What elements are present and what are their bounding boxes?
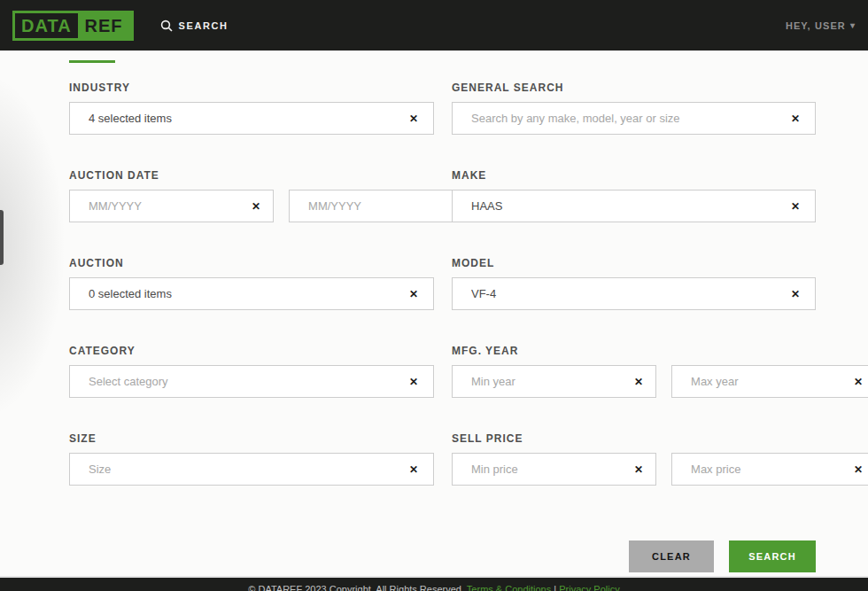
mfg-year-label: MFG. YEAR [452, 345, 816, 357]
auction-label: AUCTION [69, 257, 434, 269]
clear-icon[interactable]: ✕ [627, 377, 643, 387]
form-actions: CLEAR SEARCH [69, 540, 816, 572]
user-menu[interactable]: HEY, USER ▾ [786, 20, 856, 31]
size-label: SIZE [69, 432, 434, 445]
field-auction-date: AUCTION DATE ✕ ✕ [69, 169, 434, 222]
privacy-policy-link[interactable]: Privacy Policy [559, 584, 619, 591]
mfg-year-min-field[interactable] [471, 375, 627, 388]
size-field[interactable] [89, 463, 402, 476]
field-make: MAKE ✕ [452, 169, 816, 222]
clear-button[interactable]: CLEAR [629, 540, 714, 572]
category-input[interactable]: ✕ [69, 365, 434, 398]
field-mfg-year: MFG. YEAR ✕ ✕ [452, 345, 816, 398]
field-general-search: GENERAL SEARCH ✕ [452, 82, 816, 135]
industry-value-field[interactable] [89, 112, 402, 125]
field-model: MODEL ✕ [452, 257, 816, 310]
make-label: MAKE [452, 169, 816, 182]
search-button[interactable]: SEARCH [729, 540, 816, 572]
auction-date-label: AUCTION DATE [69, 169, 434, 182]
mfg-year-max-input[interactable]: ✕ [671, 365, 868, 398]
footer-bar: © DATAREF 2023 Copyright, All Rights Res… [0, 576, 868, 591]
terms-conditions-link[interactable]: Terms & Conditions [467, 584, 551, 591]
mfg-year-min-input[interactable]: ✕ [452, 365, 656, 398]
clear-icon[interactable]: ✕ [784, 289, 800, 299]
industry-label: INDUSTRY [69, 82, 434, 94]
category-label: CATEGORY [69, 345, 434, 357]
clear-icon[interactable]: ✕ [784, 113, 800, 124]
category-select-field[interactable] [89, 375, 402, 388]
industry-input[interactable]: ✕ [69, 102, 434, 135]
clear-icon[interactable]: ✕ [847, 377, 863, 387]
sell-price-label: SELL PRICE [452, 432, 816, 445]
sell-price-max-field[interactable] [691, 463, 847, 476]
model-label: MODEL [452, 257, 816, 269]
search-icon [160, 19, 173, 32]
form-row: SIZE ✕ SELL PRICE ✕ ✕ [69, 432, 816, 486]
sell-price-min-input[interactable]: ✕ [452, 453, 656, 486]
general-search-field[interactable] [471, 112, 784, 125]
logo-ref-text: REF [78, 13, 131, 38]
field-size: SIZE ✕ [69, 432, 434, 486]
auction-value-field[interactable] [89, 287, 402, 300]
top-navigation-bar: DATA REF SEARCH HEY, USER ▾ [0, 0, 868, 51]
user-menu-label: HEY, USER [786, 20, 846, 31]
clear-icon[interactable]: ✕ [627, 464, 643, 475]
clear-icon[interactable]: ✕ [244, 201, 260, 212]
search-form: INDUSTRY ✕ GENERAL SEARCH ✕ AUCTION DATE… [69, 60, 816, 572]
footer-separator: | [554, 584, 556, 591]
sell-price-max-input[interactable]: ✕ [671, 453, 868, 486]
field-industry: INDUSTRY ✕ [69, 82, 434, 135]
logo-data-text: DATA [15, 13, 78, 38]
general-search-input[interactable]: ✕ [452, 102, 816, 135]
make-value-field[interactable] [471, 199, 784, 213]
form-row: AUCTION DATE ✕ ✕ MAKE ✕ [69, 169, 816, 222]
clear-icon[interactable]: ✕ [402, 377, 418, 387]
nav-search-label: SEARCH [179, 20, 229, 31]
form-row: CATEGORY ✕ MFG. YEAR ✕ ✕ [69, 345, 816, 398]
size-input[interactable]: ✕ [69, 453, 434, 486]
general-search-label: GENERAL SEARCH [452, 82, 816, 94]
model-value-field[interactable] [471, 287, 784, 300]
auction-input[interactable]: ✕ [69, 277, 434, 310]
sell-price-min-field[interactable] [471, 463, 627, 476]
nav-search-link[interactable]: SEARCH [160, 19, 229, 32]
field-category: CATEGORY ✕ [69, 345, 434, 398]
form-row: INDUSTRY ✕ GENERAL SEARCH ✕ [69, 82, 816, 135]
active-tab-indicator [69, 60, 115, 63]
mfg-year-max-field[interactable] [691, 375, 847, 388]
auction-date-to-field[interactable] [308, 199, 464, 213]
auction-date-from-input[interactable]: ✕ [69, 190, 274, 222]
auction-date-from-field[interactable] [89, 199, 244, 213]
clear-icon[interactable]: ✕ [402, 113, 418, 124]
field-auction: AUCTION ✕ [69, 257, 434, 310]
copyright-text: © DATAREF 2023 Copyright, All Rights Res… [248, 584, 464, 591]
make-input[interactable]: ✕ [452, 190, 816, 222]
chevron-down-icon: ▾ [850, 21, 856, 30]
clear-icon[interactable]: ✕ [402, 464, 418, 475]
clear-icon[interactable]: ✕ [784, 201, 800, 212]
form-row: AUCTION ✕ MODEL ✕ [69, 257, 816, 310]
left-edge-strip [0, 210, 4, 265]
clear-icon[interactable]: ✕ [402, 289, 418, 299]
field-sell-price: SELL PRICE ✕ ✕ [452, 432, 816, 486]
clear-icon[interactable]: ✕ [847, 464, 863, 475]
dataref-logo[interactable]: DATA REF [12, 11, 134, 41]
model-input[interactable]: ✕ [452, 277, 816, 310]
